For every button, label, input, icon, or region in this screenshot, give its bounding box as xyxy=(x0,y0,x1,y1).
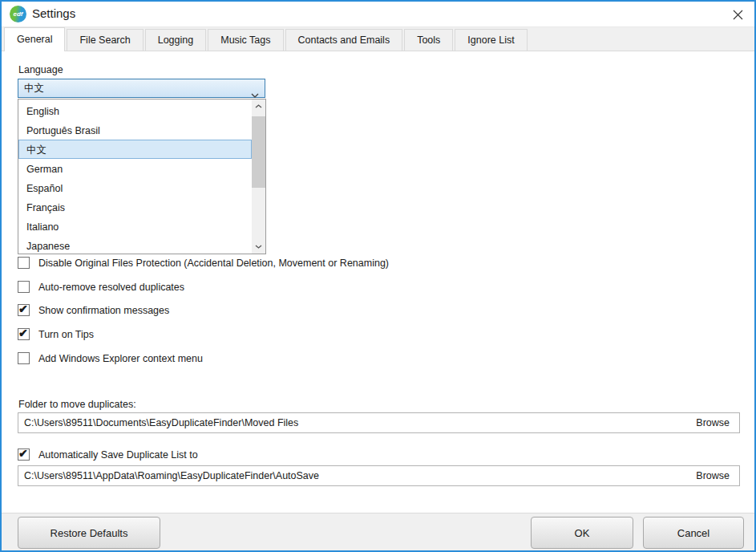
tab-ignore-list[interactable]: Ignore List xyxy=(455,29,527,51)
checkbox-icon: ✔ xyxy=(18,352,30,364)
checkbox-icon: ✔ xyxy=(18,257,30,269)
language-selected-value: 中文 xyxy=(18,82,44,95)
browse-autosave-folder-button[interactable]: Browse xyxy=(686,470,739,481)
language-dropdown-list: English Português Brasil 中文 German Españ… xyxy=(18,99,266,254)
title-bar: edf Settings xyxy=(2,2,754,26)
tab-general[interactable]: General xyxy=(4,27,65,51)
move-folder-label: Folder to move duplicates: xyxy=(18,399,136,410)
option-espanol[interactable]: Español xyxy=(18,178,252,197)
language-options: English Português Brasil 中文 German Españ… xyxy=(18,101,252,255)
move-folder-field[interactable]: C:\Users\89511\Documents\EasyDuplicateFi… xyxy=(18,412,740,433)
language-label: Language xyxy=(18,64,63,75)
checkbox-autosave-duplicate-list[interactable]: ✔ Automatically Save Duplicate List to xyxy=(18,448,198,461)
option-chinese[interactable]: 中文 xyxy=(18,140,252,159)
checkbox-label: Automatically Save Duplicate List to xyxy=(38,449,198,461)
tab-bar: General File Search Logging Music Tags C… xyxy=(2,26,754,51)
close-icon[interactable] xyxy=(730,7,745,22)
browse-move-folder-button[interactable]: Browse xyxy=(686,417,739,428)
tab-music-tags[interactable]: Music Tags xyxy=(208,29,283,51)
option-japanese[interactable]: Japanese xyxy=(18,236,252,255)
checkbox-disable-protection[interactable]: ✔ Disable Original Files Protection (Acc… xyxy=(18,257,389,269)
checkbox-icon: ✔ xyxy=(18,448,30,461)
dropdown-scrollbar[interactable] xyxy=(252,99,265,254)
restore-defaults-button[interactable]: Restore Defaults xyxy=(18,517,160,549)
window-title: Settings xyxy=(32,6,75,20)
checkbox-show-confirmation[interactable]: ✔ Show confirmation messages xyxy=(18,304,169,316)
language-select[interactable]: 中文 xyxy=(18,79,265,98)
option-italiano[interactable]: Italiano xyxy=(18,217,252,236)
option-english[interactable]: English xyxy=(18,101,252,120)
checkbox-label: Auto-remove resolved duplicates xyxy=(38,282,184,293)
cancel-button[interactable]: Cancel xyxy=(643,517,744,549)
checkbox-icon: ✔ xyxy=(18,304,30,316)
checkbox-icon: ✔ xyxy=(18,281,30,293)
autosave-folder-path: C:\Users\89511\AppData\Roaming\EasyDupli… xyxy=(18,470,686,481)
tab-tools[interactable]: Tools xyxy=(404,29,453,51)
tab-contacts-emails[interactable]: Contacts and Emails xyxy=(285,29,403,51)
checkbox-label: Add Windows Explorer context menu xyxy=(38,353,203,364)
option-portugues-brasil[interactable]: Português Brasil xyxy=(18,120,252,140)
option-german[interactable]: German xyxy=(18,159,252,178)
checkbox-auto-remove[interactable]: ✔ Auto-remove resolved duplicates xyxy=(18,281,184,293)
checkbox-label: Turn on Tips xyxy=(38,329,94,340)
scroll-down-icon[interactable] xyxy=(252,240,265,254)
general-tab-panel: Language 中文 English Português Brasil 中文 … xyxy=(2,52,754,513)
move-folder-path: C:\Users\89511\Documents\EasyDuplicateFi… xyxy=(18,417,686,428)
autosave-folder-field[interactable]: C:\Users\89511\AppData\Roaming\EasyDupli… xyxy=(18,465,740,486)
option-francais[interactable]: Français xyxy=(18,197,252,217)
dialog-footer: Restore Defaults OK Cancel xyxy=(2,513,754,552)
settings-window: edf Settings General File Search Logging… xyxy=(0,0,756,552)
scrollbar-thumb[interactable] xyxy=(252,116,265,188)
ok-button[interactable]: OK xyxy=(531,517,633,549)
checkbox-explorer-context-menu[interactable]: ✔ Add Windows Explorer context menu xyxy=(18,352,203,364)
checkbox-label: Show confirmation messages xyxy=(38,305,169,316)
checkbox-turn-on-tips[interactable]: ✔ Turn on Tips xyxy=(18,328,94,340)
tab-file-search[interactable]: File Search xyxy=(67,29,143,51)
checkbox-label: Disable Original Files Protection (Accid… xyxy=(38,258,389,269)
checkbox-icon: ✔ xyxy=(18,328,30,340)
tab-logging[interactable]: Logging xyxy=(145,29,207,51)
scroll-up-icon[interactable] xyxy=(252,99,265,113)
app-logo-icon: edf xyxy=(10,6,26,22)
